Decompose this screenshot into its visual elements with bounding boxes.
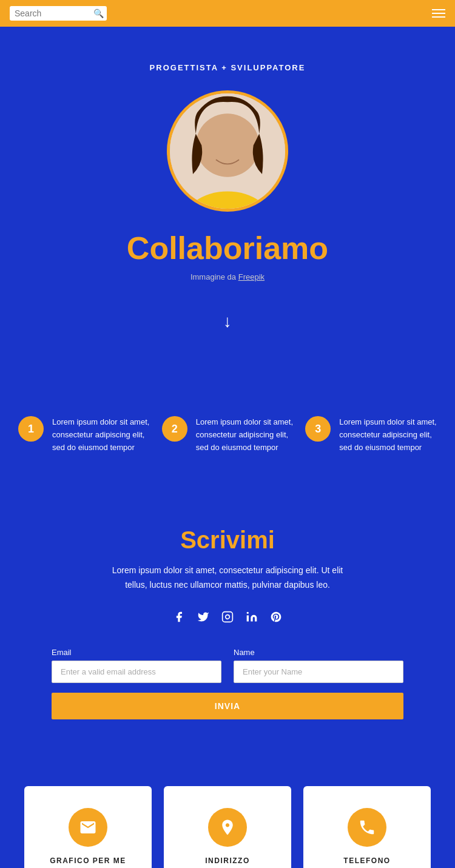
card-3-title: TELEFONO	[343, 856, 390, 865]
step-text-2: Lorem ipsum dolor sit amet, consectetur …	[196, 416, 294, 454]
avatar	[167, 90, 288, 212]
card-address: INDIRIZZO 121 Rock Sreet, 21 Avenue, New…	[164, 786, 291, 868]
email-icon-circle	[69, 808, 107, 847]
steps-section: 1 Lorem ipsum dolor sit amet, consectetu…	[0, 380, 455, 490]
email-label: Email	[52, 648, 221, 657]
phone-icon	[358, 818, 376, 836]
name-input[interactable]	[234, 661, 403, 683]
hero-subtitle: PROGETTISTA + SVILUPPATORE	[150, 63, 306, 72]
pinterest-icon[interactable]	[270, 611, 282, 626]
step-number-3: 3	[305, 416, 331, 442]
header: 🔍	[0, 0, 455, 27]
svg-point-2	[196, 113, 260, 177]
hero-section: PROGETTISTA + SVILUPPATORE Collaboriamo …	[0, 27, 455, 380]
social-icons-row	[173, 611, 282, 626]
hero-attribution: Immagine da Freepik	[190, 272, 265, 281]
card-phone: TELEFONO Dal lunedì al venerdì dalle 8:0…	[303, 786, 431, 868]
svg-rect-3	[223, 612, 233, 622]
phone-icon-circle	[348, 808, 386, 847]
contact-section: Scrivimi Lorem ipsum dolor sit amet, con…	[0, 490, 455, 756]
card-1-title: GRAFICO PER ME	[50, 856, 126, 865]
location-icon-circle	[208, 808, 247, 847]
step-text-3: Lorem ipsum dolor sit amet, consectetur …	[339, 416, 437, 454]
email-form-group: Email	[52, 648, 221, 683]
hamburger-line-3	[432, 16, 445, 18]
linkedin-icon[interactable]	[246, 611, 258, 626]
step-number-2: 2	[162, 416, 187, 442]
email-icon	[79, 818, 97, 836]
contact-form-row: Email Name	[52, 648, 403, 683]
hamburger-line-2	[432, 13, 445, 14]
contact-title: Scrivimi	[180, 527, 275, 554]
svg-point-6	[247, 612, 249, 614]
location-icon	[218, 818, 237, 836]
submit-button[interactable]: INVIA	[52, 693, 403, 719]
svg-rect-5	[247, 615, 249, 621]
search-input[interactable]	[15, 8, 93, 18]
cards-section: GRAFICO PER ME Contattami ogni volta! co…	[0, 756, 455, 868]
step-item-3: 3 Lorem ipsum dolor sit amet, consectetu…	[305, 416, 437, 454]
card-2-title: INDIRIZZO	[205, 856, 250, 865]
search-icon: 🔍	[93, 8, 104, 18]
step-item-2: 2 Lorem ipsum dolor sit amet, consectetu…	[162, 416, 294, 454]
name-form-group: Name	[234, 648, 403, 683]
name-label: Name	[234, 648, 403, 657]
hamburger-line-1	[432, 9, 445, 10]
down-arrow-icon: ↓	[223, 312, 232, 331]
twitter-icon[interactable]	[197, 611, 209, 626]
step-number-1: 1	[18, 416, 44, 442]
step-item-1: 1 Lorem ipsum dolor sit amet, consectetu…	[18, 416, 150, 454]
card-email: GRAFICO PER ME Contattami ogni volta! co…	[24, 786, 152, 868]
hamburger-menu-button[interactable]	[432, 9, 445, 18]
instagram-icon[interactable]	[221, 611, 234, 626]
search-box[interactable]: 🔍	[10, 6, 107, 21]
hero-title: Collaboriamo	[127, 230, 328, 266]
contact-description: Lorem ipsum dolor sit amet, consectetur …	[100, 564, 355, 593]
freepik-link[interactable]: Freepik	[238, 272, 265, 281]
email-input[interactable]	[52, 661, 221, 683]
facebook-icon[interactable]	[173, 611, 185, 626]
step-text-1: Lorem ipsum dolor sit amet, consectetur …	[52, 416, 150, 454]
